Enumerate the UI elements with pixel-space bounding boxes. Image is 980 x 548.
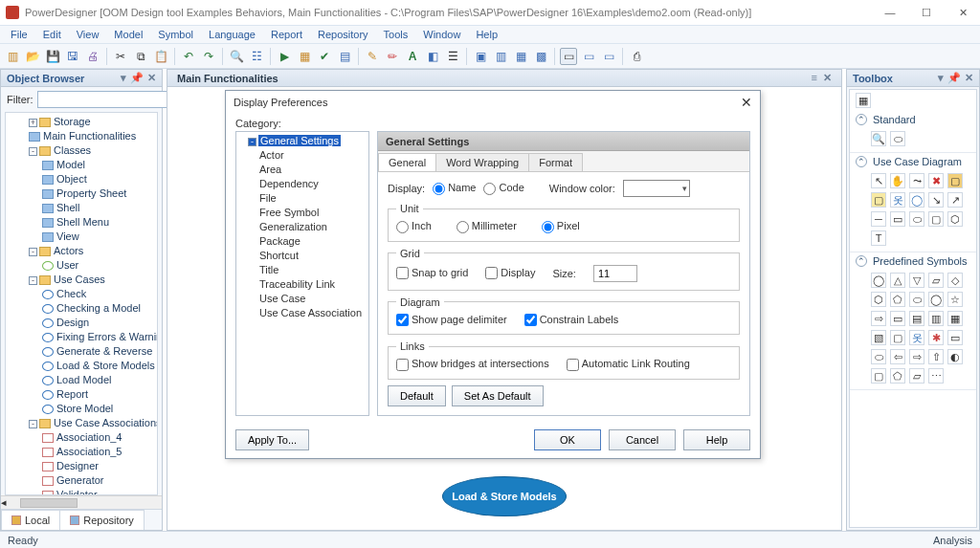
symbol-icon[interactable]: ⬭ <box>871 349 886 364</box>
symbol-more-icon[interactable]: ⋯ <box>928 368 944 384</box>
toolbar-open-icon[interactable]: 📂 <box>24 48 41 65</box>
symbol-icon[interactable]: ◐ <box>947 349 963 364</box>
toolbar-copy-icon[interactable]: ⧉ <box>132 48 149 65</box>
check-grid-display[interactable]: Display <box>485 267 535 280</box>
symbol-icon[interactable]: ▢ <box>871 368 886 384</box>
tool-gen-icon[interactable]: ↗ <box>947 192 963 208</box>
apply-to-button[interactable]: Apply To... <box>235 429 309 450</box>
cancel-button[interactable]: Cancel <box>609 429 676 450</box>
toolbar-paste-icon[interactable]: 📋 <box>152 48 169 65</box>
object-tree[interactable]: +Storage Main Functionalities -Classes M… <box>5 112 158 495</box>
tool-actor-icon[interactable]: 옷 <box>890 192 905 208</box>
tool-package-icon[interactable]: ▢ <box>947 173 963 188</box>
toolbar-brush-icon[interactable]: ✏ <box>384 48 401 65</box>
toolbar-window3-icon[interactable]: ▭ <box>600 48 617 65</box>
symbol-icon[interactable]: ⬭ <box>909 292 924 307</box>
toolbar-help-icon[interactable]: ⎙ <box>628 48 645 65</box>
symbol-icon[interactable]: ⇨ <box>871 311 886 326</box>
symbol-icon[interactable]: ⬠ <box>890 368 905 384</box>
tool-assoc-icon[interactable]: ↘ <box>928 192 944 208</box>
tool-hand-icon[interactable]: ✋ <box>890 173 905 188</box>
toolbar-layout4-icon[interactable]: ▩ <box>532 48 549 65</box>
toolbar-window1-icon[interactable]: ▭ <box>560 48 577 65</box>
symbol-icon[interactable]: ◯ <box>928 292 944 307</box>
tool-text-icon[interactable]: T <box>871 230 886 246</box>
size-input[interactable] <box>593 265 637 282</box>
panel-close-icon[interactable]: ✕ <box>965 72 973 84</box>
menu-view[interactable]: View <box>70 27 106 42</box>
toolbar-find-icon[interactable]: 🔍 <box>228 48 245 65</box>
toolbar-color-icon[interactable]: ◧ <box>424 48 441 65</box>
toolbar-undo-icon[interactable]: ↶ <box>180 48 197 65</box>
diagram-close-icon[interactable]: ✕ <box>823 72 832 84</box>
panel-menu-icon[interactable]: ▾ <box>938 72 944 84</box>
toolbox-grid-icon[interactable]: ▦ <box>856 93 871 108</box>
tool-ellipse-icon[interactable]: ⬭ <box>909 211 924 227</box>
check-bridges[interactable]: Show bridges at intersections <box>396 358 549 371</box>
panel-menu-icon[interactable]: ▾ <box>121 72 126 84</box>
help-button[interactable]: Help <box>683 429 750 450</box>
ok-button[interactable]: OK <box>534 429 601 450</box>
symbol-icon[interactable]: ⇧ <box>928 349 944 364</box>
toolbar-layout3-icon[interactable]: ▦ <box>512 48 529 65</box>
tool-zoom-icon[interactable]: 🔍 <box>871 131 886 146</box>
tool-rect-icon[interactable]: ▭ <box>890 211 905 227</box>
menu-tools[interactable]: Tools <box>377 27 415 42</box>
toolbar-report-icon[interactable]: ▤ <box>336 48 353 65</box>
check-page-delimiter[interactable]: Show page delimiter <box>396 314 507 327</box>
browser-tab-local[interactable]: Local <box>1 510 60 530</box>
tool-note-icon[interactable]: ▢ <box>871 192 886 208</box>
chevron-icon[interactable]: ⌃ <box>856 156 867 167</box>
symbol-icon[interactable]: ⬠ <box>890 292 905 307</box>
symbol-icon[interactable]: ▥ <box>928 311 944 326</box>
toolbar-align-icon[interactable]: ☰ <box>444 48 461 65</box>
symbol-icon[interactable]: ▭ <box>890 311 905 326</box>
default-button[interactable]: Default <box>388 385 446 406</box>
menu-window[interactable]: Window <box>416 27 467 42</box>
symbol-icon[interactable]: ⇨ <box>909 349 924 364</box>
menu-model[interactable]: Model <box>107 27 149 42</box>
symbol-icon[interactable]: ▢ <box>890 330 905 345</box>
symbol-icon[interactable]: ◇ <box>947 273 963 288</box>
check-constrain-labels[interactable]: Constrain Labels <box>524 314 619 327</box>
toolbar-text-icon[interactable]: A <box>404 48 421 65</box>
toolbar-saveall-icon[interactable]: 🖫 <box>64 48 81 65</box>
radio-pixel[interactable]: Pixel <box>542 220 580 233</box>
tool-pointer-icon[interactable]: ↖ <box>871 173 886 188</box>
tree-horizontal-scrollbar[interactable]: ◂ <box>1 495 162 509</box>
tab-general[interactable]: General <box>378 153 436 171</box>
browser-tab-repository[interactable]: Repository <box>59 510 145 530</box>
usecase-bubble[interactable]: Load & Store Models <box>442 476 567 516</box>
symbol-icon[interactable]: ▦ <box>947 311 963 326</box>
symbol-icon[interactable]: ▽ <box>909 273 924 288</box>
close-button[interactable]: ✕ <box>951 7 974 19</box>
window-color-combo[interactable] <box>623 180 690 197</box>
tool-delete-icon[interactable]: ✖ <box>928 173 944 188</box>
symbol-icon[interactable]: △ <box>890 273 905 288</box>
panel-pin-icon[interactable]: 📌 <box>947 72 961 84</box>
check-snap[interactable]: Snap to grid <box>396 267 468 280</box>
radio-code[interactable]: Code <box>483 182 523 195</box>
tab-format[interactable]: Format <box>528 153 583 171</box>
panel-pin-icon[interactable]: 📌 <box>130 72 144 84</box>
category-tree[interactable]: -General Settings Actor Area Dependency … <box>235 131 369 416</box>
symbol-icon[interactable]: ☆ <box>947 292 963 307</box>
tool-usecase-icon[interactable]: ◯ <box>909 192 924 208</box>
maximize-button[interactable]: ☐ <box>915 7 938 19</box>
symbol-icon[interactable]: ✱ <box>928 330 944 345</box>
toolbar-edit-icon[interactable]: ✎ <box>364 48 381 65</box>
palette-standard[interactable]: Standard <box>873 114 916 125</box>
palette-predef[interactable]: Predefined Symbols <box>873 255 967 267</box>
toolbar-run-icon[interactable]: ▶ <box>276 48 293 65</box>
symbol-icon[interactable]: ⇦ <box>890 349 905 364</box>
radio-millimeter[interactable]: Millimeter <box>457 220 517 233</box>
toolbar-properties-icon[interactable]: ☷ <box>248 48 265 65</box>
toolbar-cut-icon[interactable]: ✂ <box>112 48 129 65</box>
toolbar-check-icon[interactable]: ✔ <box>316 48 333 65</box>
toolbar-model-icon[interactable]: ▦ <box>296 48 313 65</box>
set-as-default-button[interactable]: Set As Default <box>452 385 544 406</box>
symbol-icon[interactable]: ▧ <box>871 330 886 345</box>
tool-lasso-icon[interactable]: ⬭ <box>890 131 905 146</box>
toolbar-redo-icon[interactable]: ↷ <box>200 48 217 65</box>
toolbar-save-icon[interactable]: 💾 <box>44 48 61 65</box>
